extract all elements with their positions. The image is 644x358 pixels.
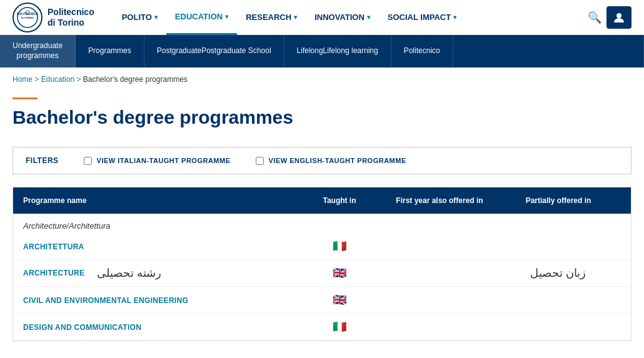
header-icons: 🔍 (588, 6, 631, 29)
programme-link-civil[interactable]: CIVIL AND ENVIRONMENTAL ENGINEERING (23, 296, 188, 305)
programme-name-civil: CIVIL AND ENVIRONMENTAL ENGINEERING (23, 295, 296, 305)
category-label: Architecture/Architettura (23, 221, 110, 231)
search-button[interactable]: 🔍 (588, 11, 601, 24)
subnav-programmes[interactable]: Programmes (76, 35, 144, 67)
programme-table: Programme name Taught in First year also… (13, 187, 631, 341)
title-accent-bar (13, 97, 38, 99)
english-filter[interactable]: VIEW ENGLISH-TAUGHT PROGRAMME (256, 157, 406, 165)
svg-point-4 (616, 13, 621, 18)
chevron-down-icon: ▾ (154, 14, 158, 21)
logo-area: POLITECNICO DI TORINO Politecnico di Tor… (13, 2, 94, 32)
italian-filter[interactable]: VIEW ITALIAN-TAUGHT PROGRAMME (84, 157, 231, 165)
chevron-down-icon: ▾ (367, 14, 370, 21)
table-row: CIVIL AND ENVIRONMENTAL ENGINEERING 🇬🇧 (13, 287, 631, 314)
category-row: Architecture/Architettura (13, 214, 631, 233)
taught-flag-architecture: 🇬🇧 (296, 266, 383, 280)
subnav-politecnico[interactable]: Politecnico (391, 35, 453, 67)
user-button[interactable] (606, 6, 631, 29)
col-programme-name: Programme name (23, 196, 296, 205)
chevron-down-icon: ▾ (294, 14, 297, 21)
nav-polito[interactable]: POLITO ▾ (113, 0, 166, 35)
subnav-empty1 (453, 35, 644, 67)
nav-innovation[interactable]: INNOVATION ▾ (306, 0, 379, 35)
table-row: DESIGN AND COMMUNICATION 🇮🇹 (13, 314, 631, 341)
english-filter-checkbox[interactable] (256, 157, 264, 165)
subnav-postgraduate[interactable]: PostgraduatePostgraduate School (144, 35, 284, 67)
breadcrumb-home[interactable]: Home (13, 75, 33, 84)
programme-link-architecture[interactable]: ARCHITECTURE (23, 269, 84, 277)
svg-text:DI TORINO: DI TORINO (21, 16, 34, 19)
breadcrumb-education[interactable]: Education (41, 75, 74, 84)
programme-name-architecture: ARCHITECTURE رشته تحصیلی (23, 266, 296, 280)
partial-architecture: زبان تحصیل (496, 266, 621, 280)
page-title: Bachelor's degree programmes (13, 107, 631, 128)
table-row: ARCHITECTURE رشته تحصیلی 🇬🇧 زبان تحصیل (13, 260, 631, 287)
programme-link-design[interactable]: DESIGN AND COMMUNICATION (23, 323, 141, 332)
breadcrumb: Home > Education > Bachelor's degree pro… (0, 67, 644, 91)
table-row: ARCHITETTURA 🇮🇹 (13, 233, 631, 260)
nav-research[interactable]: RESEARCH ▾ (237, 0, 306, 35)
subnav-undergraduate[interactable]: Undergraduateprogrammes (0, 35, 76, 67)
main-nav: POLITO ▾ EDUCATION ▾ RESEARCH ▾ INNOVATI… (113, 0, 588, 35)
header: POLITECNICO DI TORINO Politecnico di Tor… (0, 0, 644, 35)
breadcrumb-sep2: > (76, 75, 83, 84)
page-title-section: Bachelor's degree programmes (0, 91, 644, 141)
chevron-down-icon: ▾ (225, 13, 228, 20)
filters-label: FILTERS (26, 156, 59, 165)
italian-filter-checkbox[interactable] (84, 157, 92, 165)
logo-text: Politecnico di Torino (48, 7, 94, 28)
taught-flag-civil: 🇬🇧 (296, 293, 383, 307)
programme-link-architettura[interactable]: ARCHITETTURA (23, 242, 84, 251)
col-partial: Partially offered in (496, 196, 621, 205)
programme-name-design: DESIGN AND COMMUNICATION (23, 322, 296, 332)
subnav: Undergraduateprogrammes Programmes Postg… (0, 35, 644, 67)
breadcrumb-sep1: > (34, 75, 41, 84)
italian-filter-label: VIEW ITALIAN-TAUGHT PROGRAMME (97, 157, 231, 164)
chevron-down-icon: ▾ (453, 14, 456, 21)
breadcrumb-current: Bachelor's degree programmes (83, 75, 188, 84)
col-taught-in: Taught in (296, 196, 383, 205)
table-header: Programme name Taught in First year also… (13, 187, 631, 214)
nav-education[interactable]: EDUCATION ▾ (166, 0, 237, 35)
svg-text:POLITECNICO: POLITECNICO (17, 12, 38, 16)
logo-emblem: POLITECNICO DI TORINO (13, 2, 43, 32)
col-first-year: First year also offered in (383, 196, 496, 205)
english-filter-label: VIEW ENGLISH-TAUGHT PROGRAMME (269, 157, 406, 164)
farsi-label: رشته تحصیلی (97, 266, 161, 280)
taught-flag-architettura: 🇮🇹 (296, 239, 383, 253)
nav-social-impact[interactable]: SOCIAL IMPACT ▾ (379, 0, 465, 35)
subnav-lifelong[interactable]: LifelongLifelong learning (284, 35, 391, 67)
filters-bar: FILTERS VIEW ITALIAN-TAUGHT PROGRAMME VI… (13, 147, 631, 174)
programme-name: ARCHITETTURA (23, 241, 296, 251)
taught-flag-design: 🇮🇹 (296, 320, 383, 334)
